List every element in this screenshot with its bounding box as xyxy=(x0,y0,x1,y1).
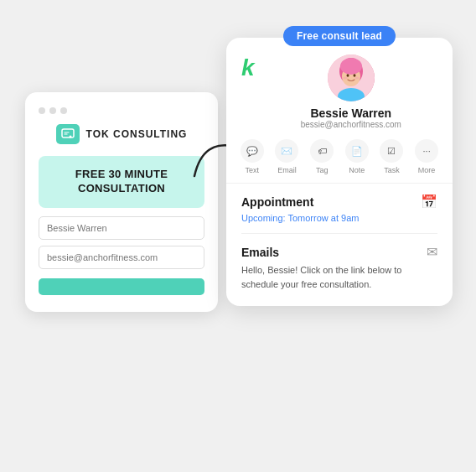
svg-point-5 xyxy=(340,58,362,75)
emails-section: Emails ✉ Hello, Bessie! Click on the lin… xyxy=(226,234,453,291)
form-card: TOK CONSULTING FREE 30 MINUTE CONSULTATI… xyxy=(25,92,218,312)
calendar-icon: 📅 xyxy=(421,194,437,210)
contact-email: bessie@anchorfitness.com xyxy=(301,120,401,129)
dot-3 xyxy=(60,107,67,114)
avatar-col: Bessie Warren bessie@anchorfitness.com xyxy=(265,54,437,129)
appointment-section: Appointment 📅 Upcoming: Tomorrow at 9am xyxy=(226,184,453,223)
name-input[interactable] xyxy=(39,216,204,240)
tag-icon: 🏷 xyxy=(310,139,334,163)
emails-title: Emails xyxy=(241,246,279,259)
action-text[interactable]: 💬 Text xyxy=(241,139,264,174)
more-icon: ··· xyxy=(415,139,438,163)
appointment-upcoming: Upcoming: Tomorrow at 9am xyxy=(241,213,437,223)
crm-card: Free consult lead k xyxy=(226,38,453,306)
email-input[interactable] xyxy=(39,246,204,269)
svg-point-6 xyxy=(346,74,349,77)
text-icon: 💬 xyxy=(241,139,264,163)
note-icon: 📄 xyxy=(345,139,369,163)
task-icon: ☑ xyxy=(380,139,403,163)
dot-2 xyxy=(49,107,56,114)
k-logo: k xyxy=(241,56,255,80)
action-more-label: More xyxy=(418,166,436,174)
form-hero-title: FREE 30 MINUTE CONSULTATION xyxy=(47,168,196,196)
action-tag[interactable]: 🏷 Tag xyxy=(310,139,334,174)
svg-point-9 xyxy=(343,77,347,80)
action-more[interactable]: ··· More xyxy=(415,139,438,174)
submit-button[interactable] xyxy=(39,278,204,295)
crm-top: k xyxy=(226,46,453,129)
crm-actions: 💬 Text ✉️ Email 🏷 Tag 📄 Note ☑ Task ··· xyxy=(226,129,453,184)
svg-rect-0 xyxy=(62,129,74,137)
avatar xyxy=(328,54,375,101)
form-logo-row: TOK CONSULTING xyxy=(39,124,204,144)
form-hero: FREE 30 MINUTE CONSULTATION xyxy=(39,156,204,208)
contact-name: Bessie Warren xyxy=(310,106,391,120)
action-note-label: Note xyxy=(349,166,365,174)
action-note[interactable]: 📄 Note xyxy=(345,139,369,174)
badge-row: Free consult lead xyxy=(226,26,453,46)
window-dots xyxy=(39,107,204,114)
svg-point-7 xyxy=(353,74,355,77)
form-logo-icon xyxy=(56,124,80,144)
email-body: Hello, Bessie! Click on the link below t… xyxy=(241,263,437,291)
action-task[interactable]: ☑ Task xyxy=(380,139,403,174)
form-logo-text: TOK CONSULTING xyxy=(86,128,188,140)
email-section-icon: ✉ xyxy=(427,244,437,260)
emails-header: Emails ✉ xyxy=(241,244,437,260)
email-icon: ✉️ xyxy=(275,139,298,163)
action-tag-label: Tag xyxy=(316,166,329,174)
action-email-label: Email xyxy=(277,166,297,174)
action-text-label: Text xyxy=(246,166,260,174)
dot-1 xyxy=(39,107,45,114)
svg-point-1 xyxy=(69,136,71,138)
appointment-title: Appointment xyxy=(241,195,313,209)
appointment-header: Appointment 📅 xyxy=(241,194,437,210)
svg-point-10 xyxy=(354,77,359,80)
action-task-label: Task xyxy=(384,166,400,174)
lead-badge: Free consult lead xyxy=(283,26,396,46)
scene: TOK CONSULTING FREE 30 MINUTE CONSULTATI… xyxy=(0,0,476,472)
action-email[interactable]: ✉️ Email xyxy=(275,139,298,174)
